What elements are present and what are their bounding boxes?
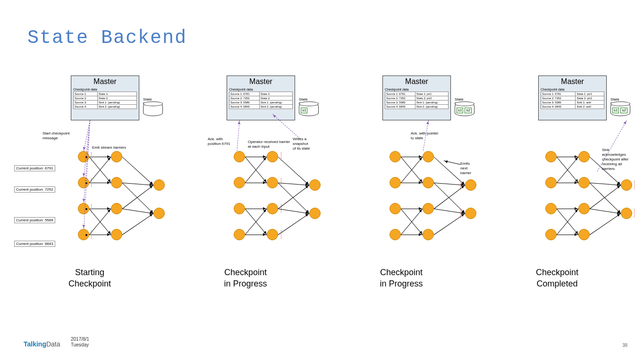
source-node <box>390 203 401 214</box>
table-cell: Sink 1: (pending) <box>97 101 136 105</box>
sink-node <box>153 208 165 219</box>
footer-day-value: Tuesday <box>71 342 89 348</box>
panel-caption: Checkpointin Progress <box>172 267 319 289</box>
table-cell: State 2: ptr2 <box>415 96 448 101</box>
panel-progress1: MasterCheckpoint dataSource 1: 6791State… <box>172 76 319 302</box>
operator-node <box>578 203 590 214</box>
source-node <box>78 203 89 214</box>
footer-logo: TalkingData <box>24 340 60 348</box>
table-cell: Source 4: <box>74 105 98 109</box>
checkpoint-data-label: Checkpoint data <box>539 87 606 92</box>
operator-node <box>267 151 278 162</box>
table-cell: Source 1: <box>74 92 98 96</box>
table-cell: Source 3: 5589 <box>229 101 260 105</box>
table-cell: Source 1: 6791 <box>385 92 415 96</box>
operator-node <box>267 177 278 188</box>
dag-graph <box>220 151 328 250</box>
table-cell: State 2: ptr2 <box>576 96 604 101</box>
annotation: Writes a snapshotof its state <box>293 137 319 151</box>
checkpoint-table: Source 1: 6791State 1: ptr1Source 2: 725… <box>541 92 604 109</box>
state-slot: s1 <box>457 108 463 113</box>
state-slot: s2 <box>620 108 627 113</box>
operator-node <box>423 177 434 188</box>
source-node <box>390 229 401 240</box>
sink-node <box>465 208 476 219</box>
state-slot: s1 <box>301 108 307 113</box>
state-backend-cylinder-icon: s1s2 <box>610 103 630 116</box>
footer-date-value: 2017/8/1 <box>71 337 89 342</box>
checkpoint-table: Source 1: 6791State 1: ptr1Source 2: 725… <box>385 92 449 109</box>
annotation: Current position: 5589 <box>14 217 55 223</box>
source-node <box>234 177 245 188</box>
table-cell: Sink 2: (pending) <box>97 105 136 109</box>
operator-node <box>578 177 590 188</box>
annotation: Ack. withposition 6791 <box>208 137 230 146</box>
footer-date: 2017/8/1 Tuesday <box>71 337 89 348</box>
annotation: Emits next barrier <box>460 161 475 176</box>
checkpoint-table: Source 1: 6791State 1:Source 2: 7252Stat… <box>229 92 293 109</box>
annotation: Current position: 6791 <box>14 165 55 171</box>
sink-node <box>153 179 165 191</box>
table-cell: Source 3: 5589 <box>541 101 576 105</box>
operator-node <box>423 203 434 214</box>
panel-progress2: MasterCheckpoint dataSource 1: 6791State… <box>328 76 475 302</box>
logo-part1: Talking <box>24 340 46 348</box>
annotation: Current position: 7252 <box>14 186 55 193</box>
source-node <box>390 177 401 188</box>
operator-node <box>578 151 590 162</box>
source-node <box>78 177 89 188</box>
table-cell: Source 2: 7252 <box>385 96 415 101</box>
operator-node <box>111 203 122 214</box>
source-node <box>390 151 401 162</box>
state-backend-cylinder-icon: s1s2 <box>455 103 475 116</box>
table-cell: Source 3: 5589 <box>385 101 415 105</box>
annotation: Emit stream barriers <box>92 145 126 150</box>
table-cell: Source 4: 6843 <box>541 105 576 109</box>
sink-node <box>465 179 476 191</box>
table-cell: Source 4: 6843 <box>229 105 260 109</box>
master-title: Master <box>71 76 139 87</box>
operator-node <box>423 229 434 240</box>
checkpoint-data-label: Checkpoint data <box>383 87 450 92</box>
source-node <box>545 229 557 240</box>
state-backend-cylinder-icon <box>143 103 163 116</box>
annotation: Operator received barrierat each input <box>248 140 290 149</box>
operator-node <box>267 203 278 214</box>
annotation: Sink acknowledgescheckpoint afterreceivi… <box>602 148 630 171</box>
table-cell: Source 4: 6843 <box>385 105 415 109</box>
source-node <box>545 177 557 188</box>
table-cell: Source 1: 6791 <box>229 92 260 96</box>
page-number: 38 <box>622 343 627 348</box>
sink-node <box>309 208 321 219</box>
table-cell: Source 3: <box>74 101 98 105</box>
source-node <box>545 203 557 214</box>
source-node <box>234 203 245 214</box>
operator-node <box>111 177 122 188</box>
annotation: Current position: 6843 <box>14 241 55 247</box>
table-cell: Sink 2: (pending) <box>415 105 448 109</box>
diagram-panels: MasterCheckpoint dataSource 1:State 1:So… <box>17 76 630 302</box>
table-cell: State 1: <box>259 92 292 96</box>
table-cell: Source 2: <box>74 96 98 101</box>
panel-completed: MasterCheckpoint dataSource 1: 6791State… <box>484 76 630 302</box>
table-cell: Sink 1: (pending) <box>415 101 448 105</box>
table-cell: State 2: <box>97 96 136 101</box>
sink-node <box>621 179 632 191</box>
table-cell: State 1: ptr1 <box>415 92 448 96</box>
sink-node <box>309 179 321 191</box>
table-cell: Sink 1: (pending) <box>259 101 292 105</box>
operator-node <box>111 151 122 162</box>
dag-graph <box>64 151 172 250</box>
logo-part2: Data <box>46 340 60 348</box>
sink-node <box>621 208 632 219</box>
master-box: MasterCheckpoint dataSource 1: 6791State… <box>382 76 451 120</box>
checkpoint-table: Source 1:State 1:Source 2:State 2:Source… <box>73 92 137 109</box>
checkpoint-data-label: Checkpoint data <box>227 87 295 92</box>
state-backend-cylinder-icon: s1 <box>299 103 319 116</box>
panel-caption: CheckpointCompleted <box>484 267 630 289</box>
master-box: MasterCheckpoint dataSource 1: 6791State… <box>538 76 607 120</box>
table-cell: State 1: <box>97 92 136 96</box>
checkpoint-data-label: Checkpoint data <box>71 87 139 92</box>
operator-node <box>423 151 434 162</box>
source-node <box>234 151 245 162</box>
